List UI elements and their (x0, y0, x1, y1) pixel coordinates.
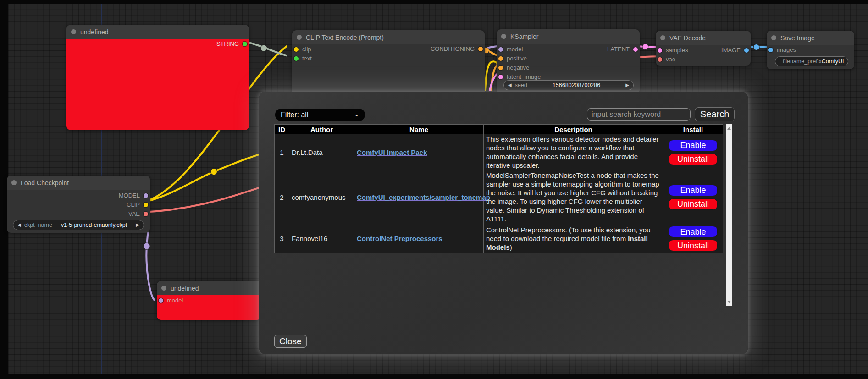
node-title: Save Image (780, 34, 815, 42)
image-output-dot[interactable] (744, 48, 749, 53)
filter-select[interactable]: Filter: all ⌄ (275, 109, 365, 121)
search-input[interactable] (587, 108, 691, 121)
node-undefined-top[interactable]: undefined STRING (66, 25, 249, 130)
cell-id: 1 (275, 134, 289, 170)
node-status-dot (297, 35, 302, 40)
vae-input-dot[interactable] (658, 57, 662, 62)
cell-description: This extension offers various detector n… (484, 134, 663, 170)
slot-clip-output[interactable]: CLIP (127, 201, 150, 209)
header-id: ID (275, 125, 289, 134)
cell-id: 3 (275, 224, 289, 253)
uninstall-button[interactable]: Uninstall (669, 154, 718, 165)
close-button[interactable]: Close (274, 335, 307, 348)
node-save-image[interactable]: Save Image images filename_prefix ComfyU… (767, 31, 854, 69)
enable-button[interactable]: Enable (669, 226, 718, 237)
header-name: Name (354, 125, 484, 134)
node-vae-decode[interactable]: VAE Decode samples vae IMAGE (656, 31, 751, 66)
node-load-checkpoint[interactable]: Load Checkpoint MODEL CLIP VAE ◀ ckpt_na… (7, 176, 150, 233)
slot-negative-input[interactable]: negative (497, 64, 529, 72)
node-status-dot (660, 35, 665, 40)
extension-link[interactable]: ComfyUI Impact Pack (357, 148, 427, 156)
model-output-dot[interactable] (144, 193, 148, 198)
slot-image-output[interactable]: IMAGE (721, 46, 751, 55)
model-input-dot[interactable] (498, 47, 503, 52)
table-row: 3 Fannovel16 ControlNet Preprocessors Co… (275, 224, 723, 253)
ckpt-next-arrow[interactable]: ▶ (136, 220, 139, 230)
node-title: Load Checkpoint (21, 179, 69, 187)
node-title: KSampler (510, 33, 538, 40)
cell-install: Enable Uninstall (663, 134, 723, 170)
slot-samples-input[interactable]: samples (656, 46, 688, 55)
seed-increment-arrow[interactable]: ▶ (625, 81, 629, 90)
uninstall-button[interactable]: Uninstall (669, 240, 718, 251)
slot-clip-input[interactable]: clip (292, 45, 311, 54)
slot-model-input[interactable]: model (497, 45, 523, 54)
slot-string-output[interactable]: STRING (216, 40, 249, 48)
extension-link[interactable]: ComfyUI_experiments/sampler_tonemap (357, 193, 490, 201)
ckpt-prev-arrow[interactable]: ◀ (17, 220, 21, 230)
slot-conditioning-output[interactable]: CONDITIONING (431, 45, 485, 53)
uninstall-button[interactable]: Uninstall (669, 198, 718, 210)
clip-input-dot[interactable] (294, 47, 299, 52)
ckpt-name-widget[interactable]: ◀ ckpt_name v1-5-pruned-emaonly.ckpt ▶ (13, 220, 144, 230)
enable-button[interactable]: Enable (669, 140, 718, 151)
slot-model-output[interactable]: MODEL (119, 192, 150, 200)
cell-description: ModelSamplerTonemapNoiseTest a node that… (484, 170, 663, 224)
node-title: undefined (171, 285, 199, 292)
slot-vae-input[interactable]: vae (656, 55, 675, 64)
slot-images-input[interactable]: images (767, 46, 796, 54)
slot-positive-input[interactable]: positive (497, 55, 527, 63)
cell-author: Dr.Lt.Data (289, 134, 354, 170)
string-output-dot[interactable] (243, 42, 247, 46)
latent-image-input-dot[interactable] (498, 75, 503, 79)
node-status-dot (501, 34, 506, 39)
latent-output-dot[interactable] (633, 47, 638, 52)
cell-author: comfyanonymous (289, 170, 354, 224)
table-header-row: ID Author Name Description Install (275, 125, 723, 134)
reroute-dot-model[interactable] (144, 243, 150, 249)
scroll-up-icon[interactable] (727, 127, 731, 130)
node-ksampler[interactable]: KSampler model positive negative latent_… (497, 29, 640, 94)
table-scrollbar[interactable] (726, 124, 732, 306)
model-input-dot[interactable] (159, 298, 163, 303)
wire-latentimage-down (490, 74, 497, 90)
node-status-dot (71, 29, 76, 34)
header-install: Install (663, 125, 723, 134)
filename-prefix-widget[interactable]: filename_prefix ComfyUI (775, 56, 848, 66)
clip-output-dot[interactable] (144, 203, 148, 207)
extension-link[interactable]: ControlNet Preprocessors (357, 235, 442, 242)
vae-output-dot[interactable] (144, 212, 148, 216)
seed-decrement-arrow[interactable]: ◀ (508, 81, 512, 90)
node-title: VAE Decode (669, 34, 706, 42)
slot-vae-output[interactable]: VAE (128, 210, 150, 218)
text-input-dot[interactable] (294, 56, 299, 61)
samples-input-dot[interactable] (658, 48, 662, 53)
cell-install: Enable Uninstall (663, 224, 723, 253)
conditioning-output-dot[interactable] (478, 47, 483, 51)
cell-name: ControlNet Preprocessors (354, 224, 484, 253)
cell-name: ComfyUI Impact Pack (354, 134, 484, 170)
reroute-dot-image[interactable] (753, 44, 759, 50)
reroute-dot-string[interactable] (260, 45, 267, 51)
negative-input-dot[interactable] (498, 66, 503, 70)
cell-author: Fannovel16 (289, 224, 354, 253)
extension-manager-dialog: Filter: all ⌄ Search ID Author Name Desc… (259, 92, 748, 354)
cell-description: ControlNet Preprocessors. (To use this e… (484, 224, 663, 253)
slot-latent-output[interactable]: LATENT (607, 45, 640, 54)
images-input-dot[interactable] (768, 48, 773, 52)
reroute-dot-latent[interactable] (642, 44, 648, 49)
positive-input-dot[interactable] (498, 56, 503, 61)
node-undefined-bottom[interactable]: undefined model (157, 281, 261, 320)
scroll-down-icon[interactable] (727, 301, 731, 303)
enable-button[interactable]: Enable (669, 185, 718, 196)
search-button[interactable]: Search (695, 107, 735, 121)
slot-model-input[interactable]: model (157, 297, 183, 305)
node-status-dot (11, 180, 17, 185)
header-author: Author (289, 125, 354, 134)
slot-text-input[interactable]: text (292, 55, 312, 63)
comfyui-app: undefined STRING CLIP Text Encode (Promp… (0, 0, 868, 379)
seed-widget[interactable]: ◀ seed 156680208700286 ▶ (503, 80, 634, 90)
chevron-down-icon: ⌄ (354, 110, 359, 118)
reroute-dot-clip[interactable] (210, 169, 217, 175)
table-row: 1 Dr.Lt.Data ComfyUI Impact Pack This ex… (275, 134, 723, 170)
